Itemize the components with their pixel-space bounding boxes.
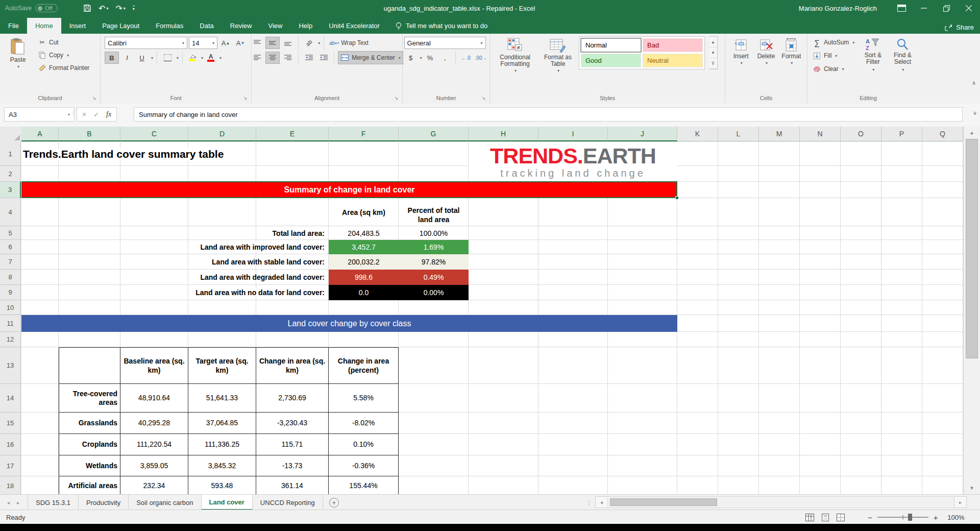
row-header-18[interactable]: 18 bbox=[0, 476, 21, 494]
formula-bar-splitter[interactable]: ⋮ bbox=[70, 109, 77, 116]
column-header-H[interactable]: H bbox=[469, 127, 538, 141]
zoom-slider-thumb[interactable] bbox=[908, 514, 912, 521]
column-header-M[interactable]: M bbox=[759, 127, 800, 141]
cell-table-header-target-area-sq-km[interactable]: Target area (sq. km) bbox=[188, 347, 256, 384]
row-header-1[interactable]: 1 bbox=[0, 142, 21, 166]
name-box[interactable]: A3 ▾ bbox=[4, 107, 75, 122]
format-painter-button[interactable]: Format Painter bbox=[36, 62, 91, 74]
redo-button[interactable]: ↷▾ bbox=[113, 2, 128, 15]
underline-button[interactable]: U bbox=[135, 52, 149, 63]
tab-splitter[interactable]: ⋮ bbox=[586, 495, 592, 510]
cell-summary-area-5[interactable]: 204,483.5 bbox=[329, 226, 399, 240]
align-center-button[interactable] bbox=[265, 52, 280, 64]
cell-summary-area-6[interactable]: 3,452.7 bbox=[329, 240, 399, 254]
underline-dropdown-icon[interactable]: ▾ bbox=[151, 56, 153, 60]
cell-summary-percent-7[interactable]: 97.82% bbox=[399, 254, 469, 270]
tab-scroll-right-icon[interactable]: ▸ bbox=[17, 500, 19, 505]
sheet-tab-sdg-15-3-1[interactable]: SDG 15.3.1 bbox=[28, 495, 79, 510]
horizontal-scrollbar[interactable] bbox=[607, 496, 954, 508]
hscroll-left-icon[interactable]: ◂ bbox=[595, 496, 608, 508]
row-header-2[interactable]: 2 bbox=[0, 166, 21, 182]
cell-croplands-changepct[interactable]: 0.10% bbox=[329, 434, 399, 455]
italic-button[interactable]: I bbox=[120, 52, 134, 63]
ribbon-display-options-button[interactable] bbox=[890, 0, 913, 16]
row-header-8[interactable]: 8 bbox=[0, 270, 21, 285]
sort-filter-button[interactable]: AZ Sort & Filter ▾ bbox=[860, 36, 886, 92]
collapse-ribbon-icon[interactable]: ∧ bbox=[972, 80, 976, 86]
cell-area-header[interactable]: Area (sq km) bbox=[329, 198, 399, 226]
cell-table-corner[interactable] bbox=[59, 347, 120, 384]
restore-button[interactable] bbox=[935, 0, 958, 16]
cell-artificial-areas-change[interactable]: 361.14 bbox=[256, 476, 329, 494]
gallery-more-icon[interactable]: ⊽ bbox=[709, 58, 717, 69]
cell-wetlands-target[interactable]: 3,845.32 bbox=[188, 455, 256, 476]
increase-font-button[interactable]: A▲ bbox=[219, 37, 232, 49]
column-header-B[interactable]: B bbox=[59, 127, 120, 141]
ribbon-tab-unit4-excelerator[interactable]: Unit4 Excelerator bbox=[321, 18, 388, 34]
column-header-G[interactable]: G bbox=[399, 127, 469, 141]
cell-class-label-croplands[interactable]: Croplands bbox=[59, 434, 120, 455]
row-header-16[interactable]: 16 bbox=[0, 434, 21, 455]
align-left-button[interactable] bbox=[251, 52, 264, 63]
conditional-formatting-dropdown-icon[interactable]: ▾ bbox=[514, 68, 517, 73]
cell-summary-label-9[interactable]: Land area with no data for land cover: bbox=[59, 285, 329, 300]
merge-center-button[interactable]: Merge & Center ▾ bbox=[338, 51, 403, 64]
cell-wetlands-change[interactable]: -13.73 bbox=[256, 455, 329, 476]
cell-summary-area-9[interactable]: 0.0 bbox=[329, 285, 399, 300]
row-header-17[interactable]: 17 bbox=[0, 455, 21, 476]
sort-filter-dropdown-icon[interactable]: ▾ bbox=[872, 66, 874, 73]
fill-button[interactable]: Fill ▾ bbox=[811, 50, 856, 62]
column-header-E[interactable]: E bbox=[256, 127, 329, 141]
align-bottom-button[interactable] bbox=[281, 37, 295, 49]
redo-dropdown-icon[interactable]: ▾ bbox=[124, 6, 126, 11]
row-header-12[interactable]: 12 bbox=[0, 332, 21, 347]
sheet-grid[interactable]: Trends.Earth land cover summary tableTRE… bbox=[21, 142, 963, 494]
format-as-table-button[interactable]: Format as Table ▾ bbox=[541, 36, 575, 92]
cell-croplands-target[interactable]: 111,336.25 bbox=[188, 434, 256, 455]
insert-dropdown-icon[interactable]: ▾ bbox=[741, 61, 743, 65]
comma-style-button[interactable]: , bbox=[438, 52, 452, 63]
insert-function-icon[interactable]: fx bbox=[106, 110, 111, 118]
font-color-button[interactable]: A bbox=[205, 52, 217, 63]
align-middle-button[interactable] bbox=[265, 37, 280, 49]
row-header-3[interactable]: 3 bbox=[0, 182, 21, 198]
page-break-view-icon[interactable] bbox=[837, 514, 845, 521]
format-as-table-dropdown-icon[interactable]: ▾ bbox=[557, 68, 559, 73]
bold-button[interactable]: B bbox=[105, 52, 119, 64]
accounting-format-button[interactable]: $ bbox=[404, 52, 418, 63]
style-good[interactable]: Good bbox=[581, 54, 641, 67]
scroll-up-icon[interactable]: ▲ bbox=[964, 128, 980, 138]
clear-button[interactable]: Clear ▾ bbox=[811, 63, 856, 75]
cell-class-label-wetlands[interactable]: Wetlands bbox=[59, 455, 120, 476]
sheet-tab-productivity[interactable]: Productivity bbox=[79, 495, 129, 510]
increase-indent-button[interactable] bbox=[317, 52, 330, 63]
find-select-button[interactable]: Find & Select ▾ bbox=[889, 36, 916, 92]
cell-summary-banner[interactable]: Summary of change in land cover bbox=[21, 182, 677, 198]
column-header-J[interactable]: J bbox=[608, 127, 677, 141]
delete-cells-button[interactable]: Delete ▾ bbox=[753, 36, 778, 92]
cut-button[interactable]: ✂ Cut bbox=[36, 36, 91, 49]
cell-summary-area-7[interactable]: 200,032.2 bbox=[329, 254, 399, 270]
select-all-corner[interactable] bbox=[0, 127, 22, 142]
cell-summary-percent-5[interactable]: 100.00% bbox=[399, 226, 469, 240]
tell-me-box[interactable]: Tell me what you want to do bbox=[388, 18, 495, 34]
row-header-5[interactable]: 5 bbox=[0, 226, 21, 240]
column-header-K[interactable]: K bbox=[677, 127, 718, 141]
gallery-up-icon[interactable]: ▲ bbox=[709, 37, 717, 47]
cell-summary-label-7[interactable]: Land area with stable land cover: bbox=[59, 254, 329, 270]
expand-formula-bar-icon[interactable]: ∨ bbox=[973, 110, 977, 116]
clear-dropdown-icon[interactable]: ▾ bbox=[842, 67, 844, 71]
sheet-tab-unccd-reporting[interactable]: UNCCD Reporting bbox=[253, 495, 323, 510]
style-neutral[interactable]: Neutral bbox=[643, 54, 703, 67]
row-header-4[interactable]: 4 bbox=[0, 198, 21, 226]
ribbon-tab-home[interactable]: Home bbox=[27, 18, 61, 34]
ribbon-tab-insert[interactable]: Insert bbox=[61, 18, 94, 34]
column-header-C[interactable]: C bbox=[120, 127, 188, 141]
scroll-down-icon[interactable]: ▼ bbox=[964, 483, 980, 493]
vertical-scrollbar[interactable]: ▲ ▼ bbox=[963, 127, 980, 494]
decrease-decimal-button[interactable]: .00→ bbox=[474, 52, 488, 63]
cell-grasslands-changepct[interactable]: -8.02% bbox=[329, 413, 399, 434]
column-header-F[interactable]: F bbox=[329, 127, 399, 141]
row-header-14[interactable]: 14 bbox=[0, 384, 21, 413]
cell-grasslands-baseline[interactable]: 40,295.28 bbox=[120, 413, 188, 434]
